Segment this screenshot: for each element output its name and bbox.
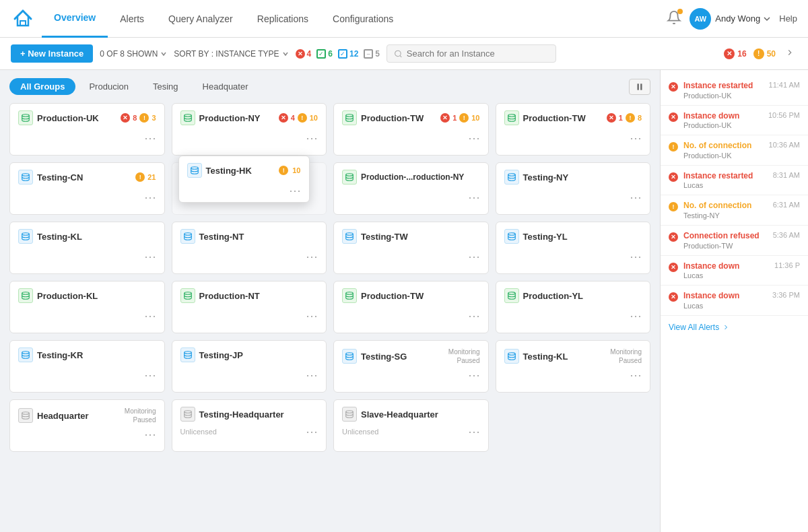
- more-button[interactable]: ⋯: [144, 427, 156, 442]
- instance-card-prod-tw1[interactable]: Production-TW ✕1 !10 ⋯: [333, 103, 489, 156]
- card-name: Testing-KL: [523, 352, 607, 362]
- nav-tab-overview[interactable]: Overview: [42, 0, 108, 38]
- user-name[interactable]: Andy Wong: [715, 13, 771, 24]
- alert-item-2[interactable]: ✕ Instance down Production-UK 10:56 PM: [661, 106, 808, 136]
- alert-item-7[interactable]: ✕ Instance down Lucas 11:36 P: [661, 256, 808, 286]
- tooltip-card-testing-hk[interactable]: Testing-HK !10 ⋯: [178, 156, 310, 203]
- more-button[interactable]: ⋯: [144, 308, 156, 323]
- tooltip-more-button[interactable]: ⋯: [289, 183, 301, 198]
- svg-point-21: [346, 353, 354, 356]
- instance-card-test-yl[interactable]: Testing-YL ⋯: [496, 222, 651, 274]
- instance-card-test-ny[interactable]: Testing-NY ⋯: [496, 162, 651, 215]
- instance-card-test-hq[interactable]: Testing-Headquarter Unlicensed ⋯: [172, 399, 327, 452]
- nav-tab-query-analyzer[interactable]: Query Analyzer: [156, 0, 245, 38]
- svg-point-11: [22, 233, 30, 236]
- bell-button[interactable]: [663, 6, 685, 31]
- card-name: Production-UK: [37, 113, 116, 123]
- more-button[interactable]: ⋯: [468, 190, 480, 205]
- alert-item-5[interactable]: ! No. of connection Testing-NY 6:31 AM: [661, 195, 808, 226]
- topnav: Overview Alerts Query Analyzer Replicati…: [0, 0, 808, 38]
- svg-point-17: [346, 292, 354, 295]
- instance-card-prod-tw3[interactable]: Production-TW ⋯: [333, 281, 489, 333]
- svg-point-5: [346, 114, 354, 117]
- more-button[interactable]: ⋯: [144, 249, 156, 264]
- instance-card-test-kl2[interactable]: Testing-KL MonitoringPaused ⋯: [496, 340, 651, 393]
- more-button[interactable]: ⋯: [144, 131, 156, 145]
- svg-point-4: [184, 114, 191, 117]
- instance-card-prod-tw2[interactable]: Production-TW ✕1 !8 ⋯: [496, 103, 651, 156]
- nav-tab-replications[interactable]: Replications: [245, 0, 321, 38]
- group-tab-producion[interactable]: Producion: [78, 78, 139, 95]
- card-name: Production-...roduction-NY: [361, 172, 480, 182]
- new-instance-button[interactable]: + New Instance: [11, 44, 93, 63]
- search-box[interactable]: [386, 44, 556, 63]
- card-name: Production-YL: [523, 291, 642, 301]
- group-tab-tesing[interactable]: Tesing: [142, 78, 189, 95]
- nav-tab-alerts[interactable]: Alerts: [108, 0, 156, 38]
- instance-card-slave-hq[interactable]: Slave-Headquarter Unlicensed ⋯: [333, 399, 489, 452]
- svg-point-6: [508, 114, 515, 117]
- check-filter[interactable]: ✓ 12: [338, 49, 358, 59]
- error-filter[interactable]: ✕ 4: [296, 49, 312, 59]
- alert-item-1[interactable]: ✕ Instance restarted Production-UK 11:41…: [661, 75, 808, 106]
- instance-card-test-sg[interactable]: Testing-SG MonitoringPaused ⋯: [333, 340, 489, 393]
- more-button[interactable]: ⋯: [144, 190, 156, 205]
- instance-card-test-kl[interactable]: Testing-KL ⋯: [9, 222, 165, 274]
- instance-card-prod-nt[interactable]: Production-NT ⋯: [172, 281, 327, 333]
- filter-badges: ✕ 4 ✓ 6 ✓ 12 – 5: [296, 49, 380, 59]
- more-button[interactable]: ⋯: [306, 249, 318, 264]
- more-button[interactable]: ⋯: [630, 308, 642, 323]
- more-button[interactable]: ⋯: [468, 368, 480, 383]
- instance-card-prod-yl[interactable]: Production-YL ⋯: [496, 281, 651, 333]
- svg-point-25: [346, 411, 354, 413]
- more-button[interactable]: ⋯: [144, 368, 156, 383]
- more-button[interactable]: ⋯: [306, 308, 318, 323]
- instance-card-test-jp[interactable]: Testing-JP ⋯: [172, 340, 327, 393]
- nav-tab-configurations[interactable]: Configurations: [321, 0, 405, 38]
- instance-card-prod-uk[interactable]: Production-UK ✕8 !3 ⋯: [9, 103, 165, 156]
- instance-card-prod-ny[interactable]: Production-NY ✕4 !10 ⋯: [172, 103, 327, 156]
- instance-card-hq[interactable]: Headquarter MonitoringPaused ⋯: [9, 399, 165, 452]
- instance-card-prod-rny[interactable]: Production-...roduction-NY ⋯: [333, 162, 489, 215]
- svg-point-8: [191, 167, 198, 170]
- logo[interactable]: [11, 7, 35, 31]
- card-name: Testing-KR: [37, 350, 156, 360]
- instance-card-prod-kl[interactable]: Production-KL ⋯: [9, 281, 165, 333]
- card-name: Testing-SG: [361, 352, 444, 362]
- instance-card-test-tw[interactable]: Testing-TW ⋯: [333, 222, 489, 274]
- more-button[interactable]: ⋯: [630, 190, 642, 205]
- empty-cell: [496, 399, 651, 452]
- alert-item-3[interactable]: ! No. of connection Production-UK 10:36 …: [661, 135, 808, 166]
- more-button[interactable]: ⋯: [630, 131, 642, 145]
- toolbar-warn-count[interactable]: ! 50: [753, 48, 776, 59]
- card-name: Production-TW: [361, 113, 436, 123]
- pause-button[interactable]: [629, 79, 650, 95]
- group-tab-all[interactable]: All Groups: [9, 78, 75, 95]
- view-all-alerts[interactable]: View All Alerts: [661, 316, 808, 339]
- group-tab-headquater[interactable]: Headquater: [192, 78, 259, 95]
- alert-item-4[interactable]: ✕ Instance restarted Lucas 8:31 AM: [661, 166, 808, 196]
- instance-card-test-cn[interactable]: Testing-CN !21 ⋯: [9, 162, 165, 215]
- more-button[interactable]: ⋯: [306, 131, 318, 145]
- toolbar-error-count[interactable]: ✕ 16: [724, 48, 746, 59]
- more-button[interactable]: ⋯: [306, 368, 318, 383]
- alert-item-8[interactable]: ✕ Instance down Lucas 3:36 PM: [661, 286, 808, 316]
- instance-card-test-nt[interactable]: Testing-NT ⋯: [172, 222, 327, 274]
- more-button[interactable]: ⋯: [468, 131, 480, 145]
- ok-filter[interactable]: ✓ 6: [316, 49, 333, 59]
- instance-card-test-kr[interactable]: Testing-KR ⋯: [9, 340, 165, 393]
- more-button[interactable]: ⋯: [306, 424, 318, 439]
- shown-count[interactable]: 0 OF 8 SHOWN: [100, 49, 167, 59]
- more-button[interactable]: ⋯: [630, 249, 642, 264]
- more-button[interactable]: ⋯: [468, 308, 480, 323]
- svg-point-22: [508, 353, 515, 356]
- toolbar-expand[interactable]: [782, 45, 797, 62]
- search-input[interactable]: [407, 48, 549, 59]
- alert-item-6[interactable]: ✕ Connection refused Production-TW 5:36 …: [661, 226, 808, 256]
- help-button[interactable]: Help: [779, 13, 797, 24]
- more-button[interactable]: ⋯: [468, 249, 480, 264]
- sort-control[interactable]: SORT BY : INSTANCE TYPE: [174, 49, 288, 59]
- more-button[interactable]: ⋯: [468, 424, 480, 439]
- dash-filter[interactable]: – 5: [364, 49, 380, 59]
- more-button[interactable]: ⋯: [630, 368, 642, 383]
